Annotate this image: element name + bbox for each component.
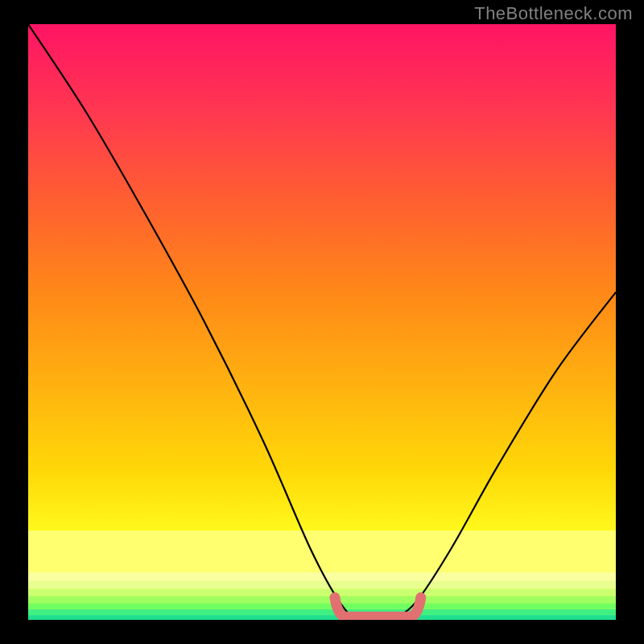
bottleneck-curve bbox=[28, 24, 616, 620]
watermark-text: TheBottleneck.com bbox=[474, 3, 633, 24]
plot-area bbox=[28, 24, 616, 620]
chart-container: TheBottleneck.com bbox=[0, 0, 644, 644]
